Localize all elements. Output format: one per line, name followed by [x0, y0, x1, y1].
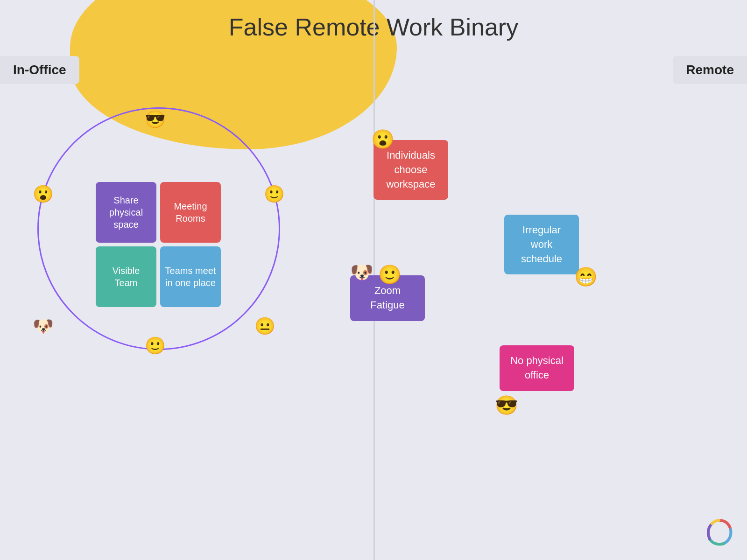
emoji-remote-3: 🐶: [350, 261, 374, 283]
emoji-bottom-left: 🐶: [33, 316, 54, 336]
circle-container: 😎 😮 🙂 🐶 😐 🙂 Share physical space Meeting…: [37, 107, 280, 350]
emoji-remote-2: 😁: [574, 266, 598, 288]
card-irregular: Irregular work schedule: [504, 215, 579, 274]
box-visible-team: Visible Team: [96, 246, 156, 307]
card-nophysical: No physical office: [500, 345, 574, 391]
emoji-bottom-right-circle: 😐: [254, 316, 275, 336]
label-remote: Remote: [673, 56, 747, 84]
emoji-bottom: 🙂: [145, 336, 166, 356]
emoji-remote-4: 🙂: [378, 264, 402, 286]
emoji-top: 😎: [145, 110, 166, 129]
logo: [705, 518, 733, 546]
label-inoffice: In-Office: [0, 56, 79, 84]
box-teams-meet: Teams meet in one place: [160, 246, 221, 307]
box-meeting-rooms: Meeting Rooms: [160, 182, 221, 243]
emoji-remote-1: 😮: [371, 128, 395, 150]
emoji-right: 🙂: [264, 184, 285, 204]
box-share-physical: Share physical space: [96, 182, 156, 243]
boxes-grid: Share physical space Meeting Rooms Visib…: [96, 182, 221, 307]
emoji-remote-5: 😎: [495, 394, 518, 416]
emoji-left: 😮: [33, 184, 54, 204]
